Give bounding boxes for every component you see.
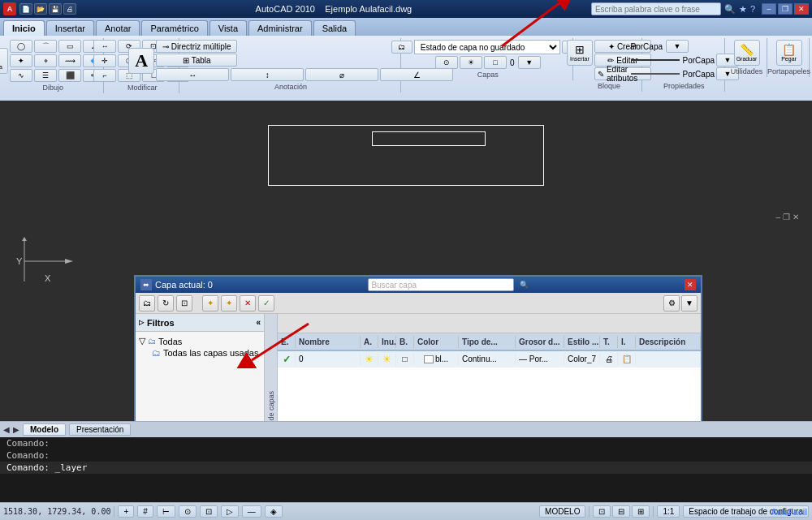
- tool-btn-3[interactable]: ▭: [58, 40, 81, 53]
- tool-btn-10[interactable]: ☰: [34, 69, 57, 82]
- layer-icon-1[interactable]: ⊙: [435, 56, 458, 69]
- dyn-btn[interactable]: ▷: [221, 505, 239, 518]
- view-btn-1[interactable]: ⊡: [593, 505, 611, 518]
- tab-anotar[interactable]: Anotar: [96, 20, 140, 36]
- filter-expand-btn[interactable]: ▷: [139, 319, 144, 326]
- polar-btn[interactable]: ⊙: [179, 505, 197, 518]
- view-btn-3[interactable]: ⊞: [632, 505, 650, 518]
- layer-icon-3[interactable]: □: [484, 56, 507, 69]
- tab-salida[interactable]: Salida: [313, 20, 356, 36]
- search-icon[interactable]: 🔍: [724, 4, 736, 15]
- tool-btn-5[interactable]: ✦: [10, 54, 32, 67]
- layer-icon-2[interactable]: ☀: [460, 56, 482, 69]
- mod-btn-1[interactable]: ↔: [93, 40, 116, 53]
- quick-open[interactable]: 📂: [34, 3, 47, 15]
- dim-btn-2[interactable]: ↕: [231, 68, 304, 81]
- view-btn-2[interactable]: ⊟: [612, 505, 630, 518]
- mod-btn-9[interactable]: ⌐: [93, 69, 116, 82]
- layer-manager-btn[interactable]: 🗂: [391, 41, 412, 54]
- help-icon[interactable]: ?: [750, 4, 755, 14]
- refresh-btn[interactable]: ↻: [158, 295, 174, 312]
- nav-right-btn[interactable]: ▶: [13, 425, 19, 434]
- scale-btn[interactable]: 1:1: [657, 505, 680, 518]
- tab-parametrico[interactable]: Paramétrico: [141, 20, 207, 36]
- minimize-button[interactable]: –: [762, 3, 776, 15]
- grid-btn[interactable]: #: [137, 505, 153, 518]
- col-header-inu[interactable]: Inu.: [378, 336, 396, 348]
- col-header-nombre[interactable]: Nombre: [296, 336, 361, 348]
- layer-search-input[interactable]: Buscar capa: [368, 278, 514, 291]
- quick-new[interactable]: 📄: [19, 3, 32, 15]
- col-header-i[interactable]: I.: [618, 336, 636, 348]
- set-current-btn[interactable]: ✓: [258, 295, 274, 312]
- col-header-e[interactable]: E.: [278, 336, 296, 348]
- modelo-btn[interactable]: MODELO: [539, 505, 585, 518]
- delete-layer-btn[interactable]: ✕: [240, 295, 256, 312]
- layer-icon-4[interactable]: ▼: [518, 56, 541, 69]
- tree-all-item[interactable]: ▽ 🗂 Todas: [139, 335, 261, 347]
- dialog-close-button[interactable]: ✕: [685, 279, 696, 290]
- tool-btn-11[interactable]: ⬛: [58, 69, 81, 82]
- dim-btn-1[interactable]: ↔: [156, 68, 229, 81]
- tab-administrar[interactable]: Administrar: [248, 20, 312, 36]
- lw-btn[interactable]: —: [242, 505, 261, 518]
- filter-chevron[interactable]: «: [256, 318, 261, 327]
- desplazar-btn[interactable]: ✛: [93, 54, 116, 67]
- tab-insertar[interactable]: Insertar: [46, 20, 94, 36]
- watermark: AulaFacil: [771, 508, 807, 517]
- search-dialog-icon[interactable]: 🔍: [520, 281, 529, 289]
- directriz-btn[interactable]: ⊸ Directriz múltiple: [156, 40, 237, 53]
- snap2-btn[interactable]: ⊡: [200, 505, 218, 518]
- toolbar-btn-3[interactable]: ⊡: [176, 295, 192, 312]
- sun-icon-a: ☀: [365, 354, 374, 365]
- col-header-estilo[interactable]: Estilo ...: [564, 336, 600, 348]
- graduar-button[interactable]: 📏 Graduar: [734, 40, 760, 66]
- dialog-expand-btn[interactable]: ⬌: [140, 279, 152, 290]
- tab-modelo[interactable]: Modelo: [23, 423, 66, 436]
- col-header-desc[interactable]: Descripción: [636, 336, 701, 348]
- ribbon-tabs: Inicio Insertar Anotar Paramétrico Vista…: [0, 18, 812, 36]
- tree-used-item[interactable]: 🗂 Todas las capas usadas: [139, 347, 261, 359]
- quick-print[interactable]: 🖨: [63, 3, 76, 15]
- new-layer-btn[interactable]: ✦: [202, 295, 218, 312]
- search-input[interactable]: [591, 2, 721, 15]
- pegar-button[interactable]: 📋 Pegar: [776, 40, 802, 66]
- tool-btn-2[interactable]: ⌒: [34, 40, 57, 53]
- dim-btn-3[interactable]: ⌀: [305, 68, 378, 81]
- col-header-b[interactable]: B.: [396, 336, 414, 348]
- dialog-title-text: Capa actual: 0: [155, 280, 213, 290]
- dialog-title-bar: ⬌ Capa actual: 0 Buscar capa 🔍 ✕: [136, 277, 701, 293]
- snap-btn[interactable]: +: [118, 505, 134, 518]
- toolbar-right-btn-2[interactable]: ▼: [681, 295, 698, 312]
- quick-save[interactable]: 💾: [49, 3, 62, 15]
- col-header-color[interactable]: Color: [414, 336, 459, 348]
- ortho-btn[interactable]: ⊢: [157, 505, 175, 518]
- tool-btn-7[interactable]: ⟿: [58, 54, 81, 67]
- col-header-t[interactable]: T.: [600, 336, 618, 348]
- nav-left-btn[interactable]: ◀: [3, 425, 10, 434]
- linea-button[interactable]: / Línea: [0, 48, 8, 74]
- close-button[interactable]: ✕: [794, 3, 809, 15]
- star-icon[interactable]: ★: [739, 4, 747, 15]
- tab-vista[interactable]: Vista: [209, 20, 247, 36]
- ribbon-content: / Línea ◯ ⌒ ▭ ⊿ ✦ ⌖ ⟿ 🔷 ∿ ☰: [0, 36, 812, 101]
- text-button[interactable]: A: [128, 48, 154, 74]
- porcapa-dd-1[interactable]: ▼: [666, 40, 689, 53]
- col-header-a[interactable]: A.: [361, 336, 378, 348]
- toolbar-right-btn-1[interactable]: ⚙: [663, 295, 680, 312]
- restore-button[interactable]: ❐: [778, 3, 793, 15]
- layer-prop-btn[interactable]: 🗂: [139, 295, 155, 312]
- col-header-grosor[interactable]: Grosor d...: [516, 336, 564, 348]
- qp-btn[interactable]: ◈: [265, 505, 283, 518]
- col-header-tipo[interactable]: Tipo de...: [459, 336, 516, 348]
- tabla-btn[interactable]: ⊞ Tabla: [156, 54, 237, 67]
- cmd-line-3[interactable]: Comando: _layer: [0, 462, 812, 474]
- tab-inicio[interactable]: Inicio: [3, 20, 45, 36]
- tree-all-label: Todas: [158, 337, 182, 346]
- new-layer-frozen-btn[interactable]: ✦: [221, 295, 237, 312]
- tool-btn-6[interactable]: ⌖: [34, 54, 57, 67]
- tool-btn-9[interactable]: ∿: [10, 69, 32, 82]
- tab-presentacion[interactable]: Presentación: [69, 423, 131, 436]
- table-row[interactable]: ✓ 0 ☀ ☀ □: [278, 351, 701, 367]
- tool-btn-1[interactable]: ◯: [10, 40, 32, 53]
